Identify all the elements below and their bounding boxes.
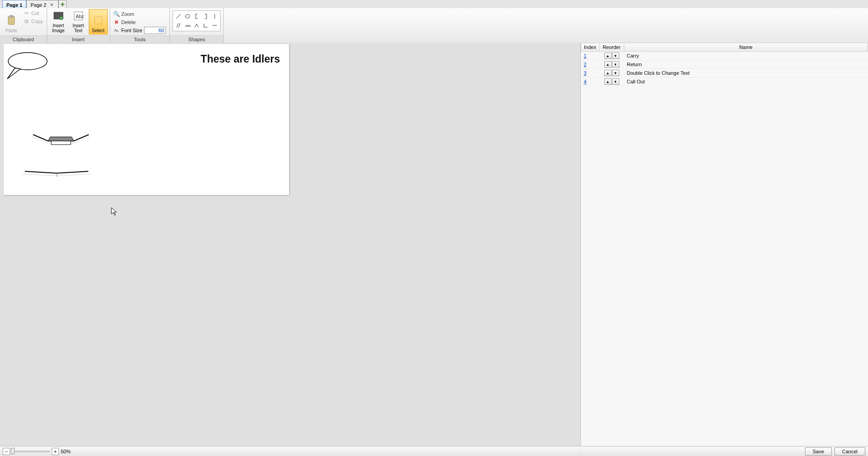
ribbon: Paste ✂ Cut ⧉ Copy Clipboard Insert (0, 8, 868, 44)
copy-label: Copy (31, 19, 43, 24)
paste-button[interactable]: Paste (2, 9, 21, 34)
paste-icon (5, 15, 17, 26)
svg-point-10 (185, 15, 190, 18)
callout-shape[interactable] (6, 51, 49, 80)
save-button[interactable]: Save (805, 447, 832, 456)
table-row[interactable]: 2 ▲▼ Return (581, 60, 868, 69)
tab-label: Page 1 (6, 2, 22, 8)
move-down-button[interactable]: ▼ (612, 70, 619, 76)
delete-label: Delete (121, 19, 136, 25)
svg-point-16 (9, 53, 46, 69)
title-text-shape[interactable]: These are Idlers (201, 53, 280, 65)
cut-label: Cut (31, 10, 39, 16)
row-index[interactable]: 3 (584, 70, 587, 76)
insert-image-label: Insert Image (52, 23, 65, 33)
row-index[interactable]: 2 (584, 62, 587, 67)
font-size-label: Font Size (121, 28, 142, 33)
svg-line-12 (177, 23, 178, 28)
shapes-gallery (173, 10, 221, 31)
shape-wave[interactable] (183, 21, 192, 29)
tab-page-1[interactable]: Page 1 (2, 0, 26, 8)
canvas[interactable]: These are Idlers − (0, 43, 580, 456)
ribbon-group-insert: Insert Image Abc Insert Text Select Inse… (47, 8, 110, 43)
ribbon-group-shapes: Shapes (170, 8, 224, 43)
shape-dash[interactable] (211, 21, 219, 29)
shape-bracket-right[interactable] (202, 12, 210, 20)
image-icon (53, 10, 64, 21)
shape-vertical[interactable] (211, 12, 219, 20)
svg-rect-6 (95, 17, 102, 24)
select-label: Select (92, 28, 105, 33)
copy-icon: ⧉ (24, 18, 29, 24)
add-tab-button[interactable]: ✚ (58, 0, 67, 8)
copy-button[interactable]: ⧉ Copy (22, 17, 45, 25)
tab-page-2[interactable]: Page 2 ✕ (26, 0, 58, 8)
cancel-button[interactable]: Cancel (834, 447, 865, 456)
svg-rect-17 (51, 141, 71, 145)
group-title: Tools (110, 35, 169, 43)
svg-line-9 (176, 14, 181, 19)
page-surface[interactable]: These are Idlers (4, 44, 289, 195)
insert-image-button[interactable]: Insert Image (49, 9, 68, 34)
font-size-input[interactable] (144, 27, 166, 34)
svg-rect-0 (8, 16, 14, 24)
delete-button[interactable]: ✖ Delete (112, 18, 168, 26)
shape-line-diag[interactable] (174, 12, 183, 20)
delete-icon: ✖ (114, 19, 120, 25)
tab-label: Page 2 (30, 2, 46, 8)
carry-idler-shape[interactable] (31, 132, 92, 150)
action-bar: Save Cancel (580, 446, 868, 456)
zoom-thumb[interactable] (11, 448, 14, 454)
table-row[interactable]: 4 ▲▼ Call Out (581, 78, 868, 86)
group-title: Insert (47, 35, 110, 43)
move-down-button[interactable]: ▼ (612, 53, 619, 59)
text-icon: Abc (72, 10, 84, 21)
insert-text-label: Insert Text (72, 23, 84, 33)
row-name[interactable]: Double Click to Change Text (624, 69, 868, 78)
side-panel: Index Reorder Name 1 ▲▼ Carry 2 ▲▼ Retur… (580, 43, 868, 456)
row-name[interactable]: Call Out (624, 78, 868, 86)
zoom-button[interactable]: 🔍 Zoom (112, 10, 168, 18)
close-icon[interactable]: ✕ (49, 2, 54, 7)
ribbon-group-clipboard: Paste ✂ Cut ⧉ Copy Clipboard (0, 8, 47, 43)
zoom-level-label: 50% (61, 449, 71, 454)
shape-bracket-left[interactable] (193, 12, 201, 20)
zoom-bar: − + 50% (0, 446, 580, 456)
table-row[interactable]: 3 ▲▼ Double Click to Change Text (581, 69, 868, 78)
move-up-button[interactable]: ▲ (604, 53, 612, 59)
col-reorder[interactable]: Reorder (599, 43, 624, 52)
move-down-button[interactable]: ▼ (612, 61, 619, 68)
shape-caret[interactable] (193, 21, 201, 29)
row-index[interactable]: 1 (584, 53, 587, 58)
insert-text-button[interactable]: Abc Insert Text (69, 9, 88, 34)
font-size-icon: AA (114, 27, 120, 33)
col-index[interactable]: Index (581, 43, 599, 52)
table-row[interactable]: 1 ▲▼ Carry (581, 52, 868, 60)
select-icon (92, 15, 104, 26)
shape-angle[interactable] (202, 21, 210, 29)
zoom-icon: 🔍 (114, 11, 120, 17)
row-index[interactable]: 4 (584, 79, 587, 84)
move-up-button[interactable]: ▲ (604, 61, 612, 68)
col-name[interactable]: Name (624, 43, 868, 52)
return-idler-shape[interactable] (20, 169, 93, 180)
svg-rect-1 (10, 15, 13, 17)
paste-label: Paste (5, 28, 17, 33)
svg-text:Abc: Abc (76, 14, 84, 19)
row-name[interactable]: Carry (624, 52, 868, 60)
zoom-slider[interactable] (12, 451, 50, 452)
zoom-label: Zoom (121, 11, 134, 17)
shape-double-line[interactable] (174, 21, 183, 29)
select-button[interactable]: Select (89, 9, 108, 34)
zoom-in-button[interactable]: + (52, 448, 59, 455)
svg-text:A: A (116, 29, 118, 32)
move-down-button[interactable]: ▼ (612, 78, 619, 85)
move-up-button[interactable]: ▲ (604, 78, 612, 85)
shape-ellipse[interactable] (183, 12, 192, 20)
zoom-out-button[interactable]: − (3, 448, 10, 455)
row-name[interactable]: Return (624, 60, 868, 69)
svg-line-13 (178, 23, 180, 28)
move-up-button[interactable]: ▲ (604, 70, 612, 76)
cut-icon: ✂ (24, 10, 29, 16)
cut-button[interactable]: ✂ Cut (22, 9, 45, 17)
